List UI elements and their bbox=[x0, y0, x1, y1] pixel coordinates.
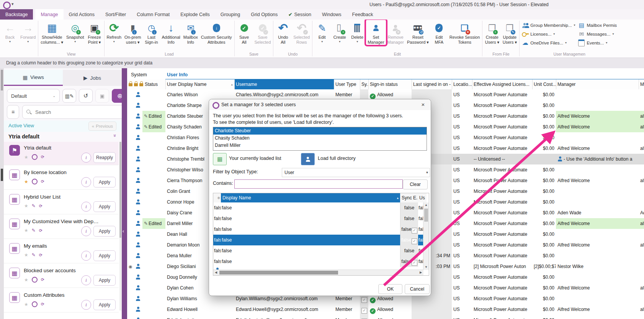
view-info-button[interactable]: i bbox=[81, 202, 91, 212]
view-info-button[interactable]: i bbox=[81, 275, 91, 285]
target-user[interactable]: Chasity Schaden bbox=[213, 135, 427, 142]
view-info-button[interactable]: i bbox=[81, 300, 91, 310]
group-membership--button[interactable]: Group Membership...▾ bbox=[522, 21, 575, 29]
column-header-last[interactable]: Last signed in on - S... bbox=[412, 79, 452, 90]
people-header-us[interactable]: Us bbox=[418, 193, 427, 203]
tab-views[interactable]: ▦ Views bbox=[4, 70, 63, 86]
show-hide-columns--button[interactable]: ▦Show/Hide columns... ▾ bbox=[39, 20, 65, 45]
people-header-display-name[interactable]: Display Name▴ bbox=[221, 193, 400, 203]
column-header-signin[interactable]: Sign-in status bbox=[368, 79, 412, 90]
view-card-my-customized-view-with-depart-[interactable]: ▦My Customized View with Depart...★✎⟳iAp… bbox=[4, 215, 119, 239]
edit-button[interactable]: ✎Edit▾ bbox=[313, 20, 331, 43]
view-card-by-license-location[interactable]: ▦By license location★⟳iApply bbox=[4, 166, 119, 190]
view-card-hybrid-user-list[interactable]: ▦Hybrid User List★✎⟳iApply bbox=[4, 191, 119, 214]
contains-input[interactable] bbox=[234, 179, 403, 189]
view-card-ytria-default[interactable]: ⚑Ytria default★⟳iReapply bbox=[4, 142, 119, 165]
view-card-my-emails[interactable]: ▦My emails★✎⟳iApply bbox=[4, 240, 119, 263]
view-apply-button[interactable]: Apply bbox=[93, 226, 116, 237]
load-full-directory-icon[interactable] bbox=[301, 153, 315, 165]
clear-button[interactable]: Clear bbox=[403, 179, 428, 189]
grouping-zone[interactable]: Drag a column header to this grouping zo… bbox=[0, 58, 644, 68]
ribbon-tab-explode-cells[interactable]: Explode Cells bbox=[175, 9, 215, 20]
mailbox-permis-button[interactable]: ▤Mailbox Permis bbox=[578, 21, 617, 29]
column-header-lic[interactable]: Effective Assigned Licens... bbox=[472, 79, 532, 90]
ribbon-tab-windows[interactable]: Windows bbox=[317, 9, 347, 20]
events--button[interactable]: Events...▾ bbox=[578, 39, 617, 47]
onedrive-files--button[interactable]: ☁OneDrive Files...▾ bbox=[522, 39, 575, 47]
column-header-type[interactable]: User Type bbox=[334, 79, 360, 90]
column-header-sy[interactable]: Sy... bbox=[360, 79, 368, 90]
people-row[interactable]: falsefalsefalse✓false bbox=[213, 224, 423, 235]
preset-dropdown[interactable]: Default ⌄ bbox=[7, 89, 60, 103]
add-view-button[interactable]: ⊕ bbox=[112, 89, 122, 103]
tab-jobs[interactable]: ▶ Jobs bbox=[63, 70, 122, 86]
filter-button[interactable]: ≡ bbox=[7, 105, 19, 119]
ribbon-tab-sort-filter[interactable]: Sort/Filter bbox=[100, 9, 131, 20]
ok-button[interactable]: OK bbox=[378, 284, 402, 294]
freeze-point--button[interactable]: ▣+Freeze Point ▾ bbox=[86, 20, 103, 45]
ribbon-tab-grouping[interactable]: Grouping bbox=[215, 9, 245, 20]
edit-mfa-button[interactable]: ✓Edit MFA bbox=[430, 20, 448, 45]
cancel-button[interactable]: Cancel bbox=[405, 284, 430, 294]
column-header-cost[interactable]: Unit Cost... bbox=[532, 79, 556, 90]
undo-all-button[interactable]: ↶Undo All bbox=[274, 20, 292, 45]
currently-loaded-list-label[interactable]: Your currently loaded list bbox=[229, 156, 281, 161]
collapse-section-icon[interactable]: » bbox=[112, 134, 118, 137]
mailbox-info-button[interactable]: ✉↓Mailbox Info bbox=[182, 20, 199, 45]
refresh-button[interactable]: ⟳Refresh▾ bbox=[105, 20, 123, 43]
edit-columns-button[interactable]: ▥✎ bbox=[62, 89, 76, 103]
view-info-button[interactable]: i bbox=[81, 153, 91, 163]
save-all-button[interactable]: ✓Save All bbox=[235, 20, 253, 45]
column-header-mgr[interactable]: Manager bbox=[556, 79, 639, 90]
view-info-button[interactable]: i bbox=[81, 177, 91, 187]
last-sign-in-button[interactable]: ◷↓Last Sign-in bbox=[142, 20, 160, 45]
view-info-button[interactable]: i bbox=[81, 251, 91, 261]
set-manager-button[interactable]: Set Manager bbox=[366, 20, 386, 45]
ribbon-tab-backstage[interactable]: Backstage bbox=[0, 9, 33, 20]
sidebar-collapse-strip[interactable]: ‹ bbox=[122, 68, 127, 319]
view-reapply-button[interactable]: Reapply bbox=[93, 152, 116, 163]
view-card-custom-attributes[interactable]: ▦Custom Attributes★⟳iApply bbox=[4, 289, 119, 312]
ribbon-tab-grid-actions[interactable]: Grid Actions bbox=[64, 9, 100, 20]
people-row[interactable]: falsefalsefalsefalse bbox=[213, 202, 423, 214]
table-row[interactable]: Eduth LusiwitzEduth.Lusiwitz@sygx2.onmic… bbox=[127, 315, 644, 319]
table-row[interactable]: Edward HowellEdward.Howell@sygx2.onmicro… bbox=[127, 304, 644, 315]
target-user[interactable]: Darrell Miller bbox=[213, 142, 427, 149]
people-row[interactable]: falsefalsefalsefalse bbox=[213, 213, 423, 224]
object-type-dropdown[interactable]: User ▾ bbox=[282, 168, 430, 177]
column-header-frag[interactable]: Ma bbox=[639, 79, 644, 90]
people-row[interactable]: falsefalsefalse✓false bbox=[213, 235, 423, 246]
view-apply-button[interactable]: Apply bbox=[93, 177, 116, 187]
delete-button[interactable]: Delete▾ bbox=[348, 20, 366, 43]
create-users--button[interactable]: ❐+Create Users ▾ bbox=[483, 20, 501, 45]
save-view-button[interactable]: ▣ bbox=[95, 89, 109, 103]
people-hscrollbar[interactable]: ◀▶ bbox=[213, 270, 423, 275]
column-header-name[interactable]: User Display Name▴ bbox=[165, 79, 234, 90]
target-user[interactable]: Charlotte Steuber bbox=[213, 127, 427, 135]
view-apply-button[interactable]: Apply bbox=[93, 275, 116, 286]
view-card-blocked-user-accounts[interactable]: ▦Blocked user accounts★⟳iApply bbox=[4, 265, 119, 288]
dialog-close-icon[interactable]: × bbox=[419, 101, 427, 108]
ribbon-tab-manage[interactable]: Manage bbox=[35, 9, 63, 20]
view-apply-button[interactable]: Apply bbox=[93, 299, 116, 310]
messages--button[interactable]: ✉Messages...▾ bbox=[578, 30, 617, 38]
column-header-username[interactable]: Username bbox=[234, 79, 334, 90]
currently-loaded-list-icon[interactable]: ▦ bbox=[213, 153, 227, 165]
create-button[interactable]: ▭+Create▾ bbox=[331, 20, 348, 43]
people-row[interactable]: falsefalsefalse✓false bbox=[213, 256, 423, 267]
custom-security-attributes-button[interactable]: ↓Custom Security Attributes bbox=[199, 20, 234, 45]
view-apply-button[interactable]: Apply bbox=[93, 250, 116, 261]
view-info-button[interactable]: i bbox=[81, 226, 91, 236]
people-vscrollbar[interactable]: ▲▼ bbox=[423, 202, 429, 270]
load-full-directory-label[interactable]: Load full directory bbox=[318, 156, 356, 161]
previous-view-button[interactable]: « Previous bbox=[88, 122, 116, 131]
column-header-loc[interactable]: Locatio... bbox=[452, 79, 472, 90]
reset-view-button[interactable]: ↺ bbox=[79, 89, 93, 103]
view-apply-button[interactable]: Apply bbox=[93, 201, 116, 212]
licenses--button[interactable]: Licenses...▾ bbox=[522, 30, 575, 38]
quick-access-caret-icon[interactable]: ▾ bbox=[11, 2, 14, 7]
people-row[interactable]: falsefalsefalsefalse bbox=[213, 245, 423, 257]
reset-password--button[interactable]: ✱✱✱↺Reset Password ▾ bbox=[405, 20, 430, 45]
update-users--button[interactable]: ❐✎Update Users ▾ bbox=[501, 20, 518, 45]
ribbon-tab-grid-options[interactable]: Grid Options bbox=[245, 9, 283, 20]
